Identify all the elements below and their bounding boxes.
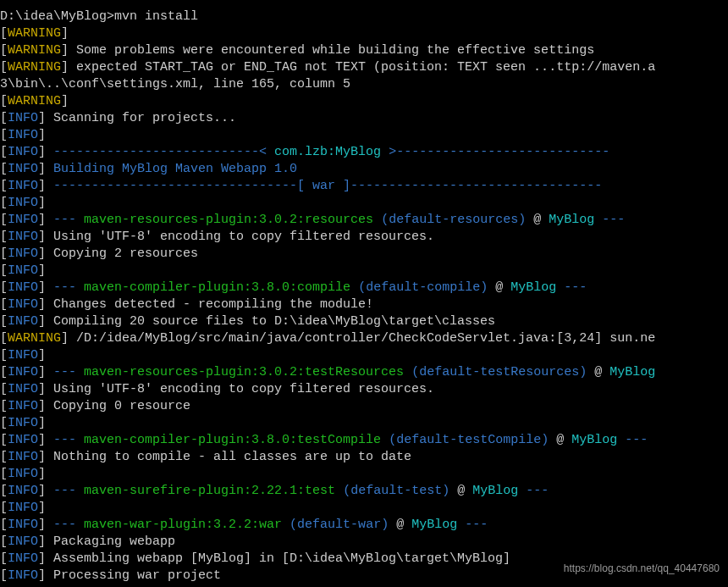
log-segment: INFO (8, 551, 38, 566)
log-line: [WARNING] (0, 25, 728, 42)
prompt-path: D:\idea\MyBlog> (0, 9, 114, 24)
log-segment: [ (0, 60, 8, 75)
log-segment: MyBlog (609, 365, 655, 379)
log-segment: @ (549, 433, 571, 447)
log-segment: INFO (8, 162, 38, 176)
log-segment: MyBlog (411, 518, 457, 532)
log-segment: [ (0, 416, 8, 430)
log-segment: (default-test) (335, 484, 449, 498)
log-segment: --- (53, 213, 84, 227)
log-segment: MyBlog (549, 213, 594, 227)
command-text: mvn install (114, 9, 198, 24)
log-segment: ] (38, 467, 46, 481)
log-segment: --- (53, 280, 84, 295)
log-line: [INFO] (0, 127, 728, 144)
log-segment: [ (0, 399, 8, 413)
log-segment: WARNING (8, 331, 61, 346)
log-segment: INFO (8, 280, 38, 295)
log-segment: INFO (8, 501, 38, 515)
log-segment: INFO (8, 467, 38, 481)
log-line: [INFO] Packaging webapp (0, 534, 728, 551)
log-segment: [ (0, 213, 8, 227)
log-segment: WARNING (8, 60, 61, 75)
log-segment: ] (38, 433, 53, 447)
log-segment: 3\bin\..\conf\settings.xml, line 165, co… (0, 77, 350, 91)
log-segment: ] (38, 213, 53, 227)
log-segment: ] Nothing to compile - all classes are u… (38, 450, 411, 464)
log-segment: [ (0, 433, 8, 447)
log-line: [INFO] --------------------------------[… (0, 178, 728, 195)
log-segment: @ (389, 518, 411, 532)
log-segment: [ (0, 230, 8, 244)
log-line: [INFO] Using 'UTF-8' encoding to copy fi… (0, 229, 728, 246)
log-segment: ] (38, 145, 53, 159)
log-segment: INFO (8, 179, 38, 193)
log-segment: [ (0, 331, 8, 346)
log-segment: INFO (8, 314, 38, 329)
log-segment: ] Assembling webapp [MyBlog] in [D:\idea… (38, 551, 510, 566)
log-segment: [ (0, 196, 8, 210)
log-line: [INFO] --- maven-war-plugin:3.2.2:war (d… (0, 517, 728, 534)
log-segment: ] (38, 484, 53, 498)
log-segment: --- (518, 484, 549, 498)
watermark-text: https://blog.csdn.net/qq_40447680 (564, 560, 720, 577)
log-segment: ] Compiling 20 source files to D:\idea\M… (38, 314, 495, 329)
log-segment: ] Copying 0 resource (38, 399, 190, 413)
log-segment: INFO (8, 416, 38, 430)
log-line: [INFO] Building MyBlog Maven Webapp 1.0 (0, 161, 728, 178)
log-line: [INFO] Copying 0 resource (0, 398, 728, 415)
log-segment: [ (0, 534, 8, 549)
log-segment: MyBlog (510, 280, 556, 295)
log-segment: INFO (8, 213, 38, 227)
log-line: [INFO] Scanning for projects... (0, 110, 728, 127)
log-segment: [ (0, 568, 8, 583)
log-segment: (default-testResources) (404, 365, 587, 379)
log-segment: INFO (8, 484, 38, 498)
log-segment: --- (556, 280, 587, 295)
log-line: 3\bin\..\conf\settings.xml, line 165, co… (0, 76, 728, 93)
log-segment: ] Some problems were encountered while b… (61, 43, 594, 58)
log-line: [INFO] Copying 2 resources (0, 246, 728, 263)
log-line: [WARNING] expected START_TAG or END_TAG … (0, 59, 728, 76)
log-segment: com.lzb:MyBlog (274, 145, 381, 159)
log-segment: --- (53, 518, 84, 532)
log-line: [INFO] (0, 347, 728, 364)
log-segment: --- (53, 365, 84, 379)
log-segment: ] (38, 416, 46, 430)
log-segment: [ (0, 263, 8, 278)
log-segment: MyBlog (472, 484, 518, 498)
log-segment: INFO (8, 433, 38, 447)
log-segment: WARNING (8, 43, 61, 58)
log-segment: ] (61, 94, 69, 108)
log-segment: INFO (8, 450, 38, 464)
log-segment: --- (594, 213, 625, 227)
log-segment: maven-resources-plugin:3.0.2:resources (84, 213, 373, 227)
log-segment: maven-compiler-plugin:3.8.0:testCompile (84, 433, 381, 447)
log-segment: INFO (8, 111, 38, 125)
log-segment: --- (617, 433, 648, 447)
log-line: [WARNING] (0, 93, 728, 110)
log-segment: [ (0, 348, 8, 363)
log-segment: INFO (8, 145, 38, 159)
log-segment: [ (0, 280, 8, 295)
log-segment: INFO (8, 196, 38, 210)
log-line: [WARNING] Some problems were encountered… (0, 42, 728, 59)
log-segment: @ (449, 484, 472, 498)
log-segment: maven-compiler-plugin:3.8.0:compile (84, 280, 350, 295)
log-segment: ] (38, 263, 46, 278)
log-segment: [ (0, 314, 8, 329)
log-segment: ] (38, 196, 46, 210)
log-segment: INFO (8, 518, 38, 532)
log-segment: [ (0, 467, 8, 481)
log-segment: [ (0, 518, 8, 532)
log-line: [INFO] --- maven-compiler-plugin:3.8.0:t… (0, 432, 728, 449)
log-segment: [ (0, 94, 8, 108)
log-line: [INFO] ---------------------------< com.… (0, 144, 728, 161)
log-segment: [ (0, 551, 8, 566)
log-segment: [ (0, 111, 8, 125)
log-segment: ] (38, 348, 46, 363)
log-segment: ] /D:/idea/MyBlog/src/main/java/controll… (61, 331, 655, 346)
log-segment: INFO (8, 246, 38, 261)
log-line: [INFO] --- maven-compiler-plugin:3.8.0:c… (0, 280, 728, 296)
log-segment: ] (38, 518, 53, 532)
